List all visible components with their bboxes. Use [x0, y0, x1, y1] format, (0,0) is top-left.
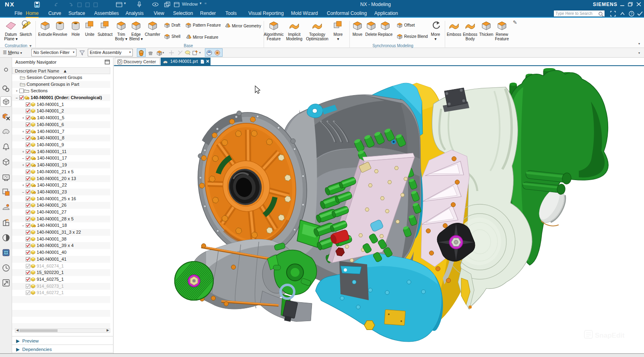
svg-text:?: ? [631, 12, 633, 16]
svg-text:SnapEdit: SnapEdit [595, 332, 625, 339]
